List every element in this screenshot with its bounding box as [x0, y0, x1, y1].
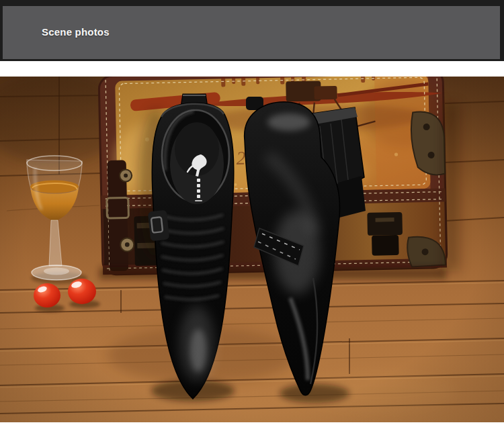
- section-title: Scene photos: [42, 26, 110, 38]
- header-panel: Scene photos: [3, 6, 500, 59]
- shoe-buckle: [148, 210, 169, 242]
- cherry-tomato: [34, 283, 60, 307]
- cherry-tomato: [68, 279, 96, 304]
- scene-photos-page: Scene photos: [0, 0, 504, 429]
- suitcase-latch-right: [367, 212, 403, 256]
- suitcase-marking: 2: [236, 148, 246, 169]
- product-scene-photo: 2: [0, 77, 504, 422]
- scene-photos-header: Scene photos: [0, 0, 504, 61]
